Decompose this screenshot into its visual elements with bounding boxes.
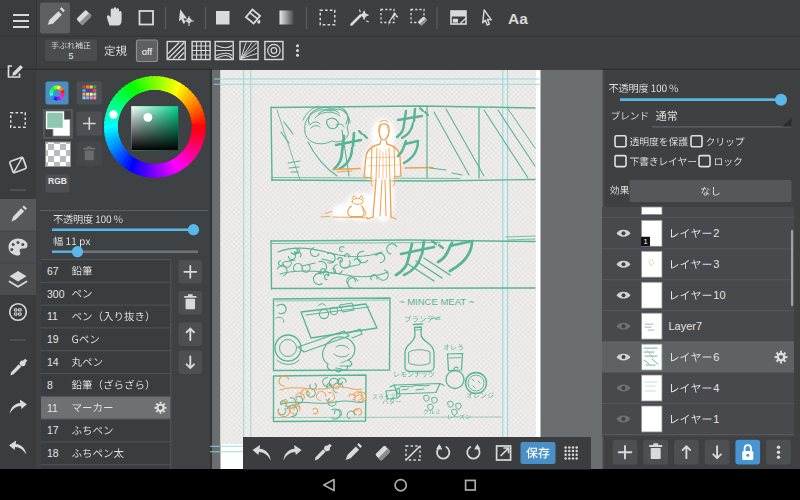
svg-text:off: off	[142, 46, 153, 57]
svg-text:~ MINCE MEAT ~: ~ MINCE MEAT ~	[399, 296, 475, 307]
svg-text:1: 1	[713, 413, 719, 425]
svg-text:RGB: RGB	[48, 176, 67, 186]
svg-text:11: 11	[47, 402, 58, 414]
svg-text:Aa: Aa	[508, 10, 528, 27]
svg-text:5: 5	[68, 51, 73, 61]
svg-text:300: 300	[47, 288, 65, 300]
svg-text:4: 4	[713, 382, 719, 394]
svg-text:19: 19	[47, 333, 59, 345]
svg-text:1: 1	[643, 237, 647, 246]
svg-text:11: 11	[47, 310, 58, 322]
svg-text:Layer7: Layer7	[669, 320, 703, 332]
svg-text:8: 8	[47, 379, 53, 391]
svg-text:2: 2	[713, 227, 719, 239]
svg-text:3: 3	[713, 258, 719, 270]
svg-text:67: 67	[47, 265, 59, 277]
svg-text:6: 6	[713, 351, 719, 363]
svg-text:10: 10	[713, 289, 725, 301]
svg-text:14: 14	[47, 356, 59, 368]
svg-text:18: 18	[47, 447, 59, 459]
svg-text:17: 17	[47, 424, 59, 436]
